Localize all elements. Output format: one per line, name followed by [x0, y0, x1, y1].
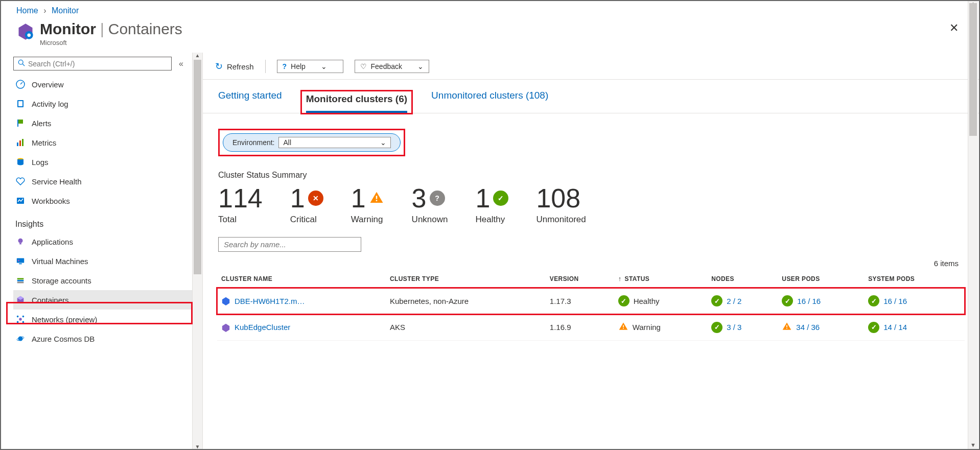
scroll-thumb[interactable]	[969, 3, 977, 136]
nav-alerts[interactable]: Alerts	[13, 113, 192, 133]
healthy-icon: ✓	[782, 295, 793, 306]
help-label: Help	[291, 62, 306, 70]
tab-getting-started[interactable]: Getting started	[218, 90, 282, 113]
cell-user-pods[interactable]: 34 / 36	[796, 323, 820, 331]
breadcrumb-monitor[interactable]: Monitor	[52, 6, 79, 15]
nav-applications[interactable]: Applications	[13, 232, 192, 251]
nav-overview[interactable]: Overview	[13, 75, 192, 94]
tab-monitored-clusters[interactable]: Monitored clusters (6)	[306, 93, 407, 113]
close-icon[interactable]: ✕	[949, 21, 959, 35]
annotation-highlight: Environment: All ⌄	[218, 129, 405, 156]
svg-point-32	[22, 321, 25, 323]
cell-type: AKS	[386, 314, 546, 341]
svg-marker-38	[222, 323, 229, 331]
cell-version: 1.17.3	[546, 288, 614, 314]
summary-label: Warning	[351, 215, 384, 225]
page-header: Monitor | Containers Microsoft ✕	[1, 18, 979, 53]
lightbulb-icon	[15, 236, 26, 247]
nav-networks[interactable]: Networks (preview)	[13, 310, 192, 329]
nav-metrics[interactable]: Metrics	[13, 133, 192, 152]
cell-system-pods[interactable]: 14 / 14	[883, 323, 907, 331]
sidebar-search-input[interactable]	[28, 60, 167, 68]
filter-by-name-input[interactable]	[218, 237, 361, 252]
svg-point-3	[18, 60, 23, 64]
tab-unmonitored-clusters[interactable]: Unmonitored clusters (108)	[431, 90, 548, 113]
cell-type: Kubernetes, non-Azure	[386, 288, 546, 314]
table-row[interactable]: KubEdgeCluster AKS 1.16.9 Warning ✓3 / 3…	[217, 314, 965, 341]
col-cluster-name[interactable]: CLUSTER NAME	[217, 270, 386, 288]
svg-rect-35	[376, 196, 377, 199]
monitor-icon	[16, 22, 35, 41]
svg-rect-25	[17, 282, 24, 283]
chevron-down-icon: ⌄	[380, 138, 386, 147]
nav-label: Overview	[32, 80, 64, 89]
nav-label: Activity log	[32, 100, 68, 108]
breadcrumb-home[interactable]: Home	[16, 6, 38, 15]
refresh-button[interactable]: ↻ Refresh	[215, 61, 254, 72]
sidebar-search[interactable]	[13, 57, 172, 70]
cell-status: Warning	[633, 323, 661, 331]
title-separator: |	[100, 20, 104, 38]
nav-workbooks[interactable]: Workbooks	[13, 191, 192, 210]
nav-activity-log[interactable]: Activity log	[13, 94, 192, 113]
kubernetes-icon	[221, 296, 230, 305]
nav-storage-accounts[interactable]: Storage accounts	[13, 271, 192, 290]
col-version[interactable]: VERSION	[546, 270, 614, 288]
cell-nodes[interactable]: 3 / 3	[727, 323, 741, 331]
col-cluster-type[interactable]: CLUSTER TYPE	[386, 270, 546, 288]
book-icon	[15, 99, 26, 109]
cell-user-pods[interactable]: 16 / 16	[797, 297, 821, 305]
items-count: 6 items	[203, 255, 979, 270]
table-header-row: CLUSTER NAME CLUSTER TYPE VERSION ↑STATU…	[217, 270, 965, 288]
cell-version: 1.16.9	[546, 314, 614, 341]
heart-icon	[15, 176, 26, 186]
table-row[interactable]: DBE-HW6H1T2.m… Kubernetes, non-Azure 1.1…	[217, 288, 965, 314]
summary-label: Critical	[290, 215, 323, 225]
svg-line-4	[22, 64, 25, 66]
summary-warning: 1 Warning	[351, 185, 384, 225]
sidebar: « Overview Activity log Alerts Metrics L…	[1, 53, 193, 449]
window-scrollbar[interactable]: ▲ ▼	[968, 1, 978, 449]
page-title: Monitor	[40, 20, 96, 38]
svg-point-2	[27, 33, 31, 37]
nav-virtual-machines[interactable]: Virtual Machines	[13, 251, 192, 271]
environment-value: All	[283, 138, 291, 147]
svg-point-31	[17, 321, 19, 323]
scroll-down-icon[interactable]: ▼	[968, 442, 978, 448]
nav-label: Service Health	[32, 177, 82, 186]
warning-icon	[782, 321, 792, 333]
col-nodes[interactable]: NODES	[707, 270, 778, 288]
cluster-name-link[interactable]: KubEdgeCluster	[235, 323, 290, 331]
nav-containers[interactable]: Containers	[13, 290, 192, 310]
sidebar-scrollbar[interactable]: ▲ ▼	[193, 53, 203, 449]
feedback-dropdown[interactable]: ♡Feedback ⌄	[355, 60, 429, 73]
svg-rect-40	[623, 328, 624, 329]
nav-logs[interactable]: Logs	[13, 152, 192, 172]
critical-icon: ✕	[308, 191, 323, 206]
toolbar: ↻ Refresh ?Help ⌄ ♡Feedback ⌄	[203, 53, 979, 80]
environment-select[interactable]: All ⌄	[278, 137, 391, 148]
help-dropdown[interactable]: ?Help ⌄	[277, 60, 343, 73]
environment-filter[interactable]: Environment: All ⌄	[223, 133, 401, 152]
healthy-icon: ✓	[868, 295, 879, 306]
col-system-pods[interactable]: SYSTEM PODS	[864, 270, 965, 288]
refresh-icon: ↻	[215, 61, 223, 72]
cell-system-pods[interactable]: 16 / 16	[883, 297, 907, 305]
workbook-icon	[15, 196, 26, 206]
cluster-name-link[interactable]: DBE-HW6H1T2.m…	[235, 297, 305, 305]
help-icon: ?	[283, 62, 287, 70]
cell-nodes[interactable]: 2 / 2	[727, 297, 741, 305]
feedback-label: Feedback	[371, 62, 402, 70]
nav-cosmos-db[interactable]: Azure Cosmos DB	[13, 329, 192, 348]
svg-point-29	[17, 316, 19, 318]
col-status[interactable]: ↑STATUS	[614, 270, 708, 288]
healthy-icon: ✓	[711, 295, 722, 306]
collapse-sidebar-icon[interactable]: «	[179, 59, 183, 68]
aks-icon	[221, 323, 230, 332]
svg-line-6	[20, 82, 22, 84]
summary-value: 1	[475, 185, 490, 211]
nav-service-health[interactable]: Service Health	[13, 172, 192, 191]
storage-icon	[15, 275, 26, 286]
col-user-pods[interactable]: USER PODS	[778, 270, 864, 288]
summary-unknown: 3 ? Unknown	[412, 185, 448, 225]
